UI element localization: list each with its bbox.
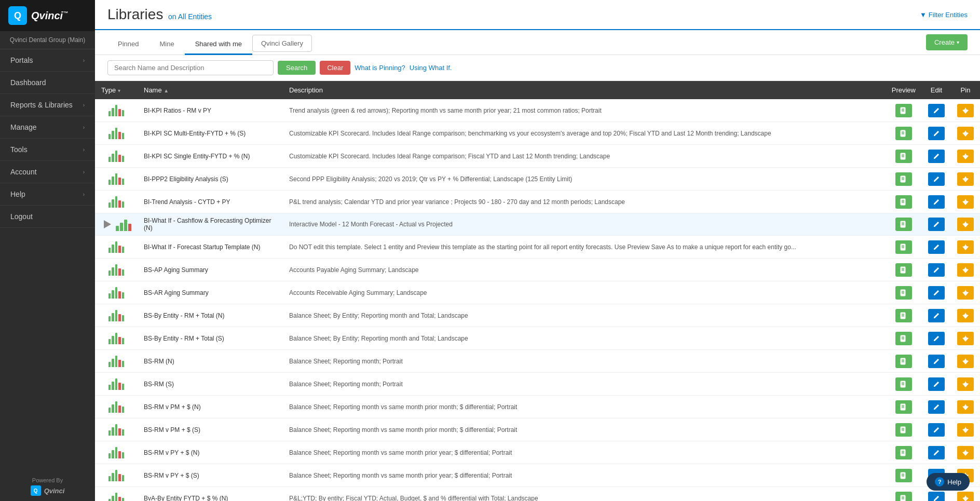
preview-button[interactable] (895, 355, 912, 368)
col-header-name[interactable]: Name ▲ (138, 81, 283, 99)
pin-button[interactable] (957, 286, 974, 300)
preview-button[interactable] (895, 309, 912, 322)
clear-button[interactable]: Clear (320, 61, 350, 75)
search-input[interactable] (107, 60, 274, 75)
edit-button[interactable] (928, 127, 945, 140)
pin-button[interactable] (957, 172, 974, 186)
table-row: BS-By Entity - RM + Total (N)Balance She… (95, 304, 980, 327)
edit-button[interactable] (928, 400, 945, 414)
edit-button[interactable] (928, 286, 945, 300)
pin-button[interactable] (957, 218, 974, 231)
file-icon (900, 335, 907, 342)
tab-shared[interactable]: Shared with me (185, 35, 252, 55)
pin-button[interactable] (957, 400, 974, 414)
edit-button[interactable] (928, 309, 945, 322)
preview-cell (886, 236, 922, 259)
type-cell (95, 441, 138, 464)
edit-button[interactable] (928, 377, 945, 391)
preview-button[interactable] (895, 150, 912, 163)
sidebar-item-manage[interactable]: Manage › (0, 116, 95, 139)
preview-button[interactable] (895, 218, 912, 231)
pin-button[interactable] (957, 263, 974, 277)
sidebar-item-help[interactable]: Help › (0, 183, 95, 206)
preview-cell (886, 145, 922, 168)
tab-mine[interactable]: Mine (149, 35, 184, 55)
chart-icon (108, 308, 124, 321)
library-table-container: Type ▾ Name ▲ Description Preview Edit P… (95, 81, 980, 501)
pin-button[interactable] (957, 309, 974, 322)
file-icon (900, 358, 907, 365)
pin-button[interactable] (957, 377, 974, 391)
main-content: Libraries on All Entities ▼ Filter Entit… (95, 0, 980, 501)
type-cell (95, 350, 138, 373)
logo-icon: Q (8, 6, 27, 25)
pin-button[interactable] (957, 240, 974, 254)
filter-entities-button[interactable]: ▼ Filter Entities (920, 11, 968, 19)
help-circle-icon: ? (935, 477, 944, 486)
pin-button[interactable] (957, 423, 974, 437)
create-button[interactable]: Create ▾ (926, 34, 968, 50)
preview-button[interactable] (895, 400, 912, 414)
pin-icon (962, 335, 969, 342)
edit-button[interactable] (928, 172, 945, 186)
preview-cell (886, 373, 922, 396)
sidebar-item-account[interactable]: Account › (0, 161, 95, 183)
sidebar-item-dashboard[interactable]: Dashboard (0, 72, 95, 94)
edit-button[interactable] (928, 263, 945, 277)
svg-rect-0 (901, 107, 905, 114)
preview-button[interactable] (895, 332, 912, 345)
preview-button[interactable] (895, 263, 912, 277)
preview-button[interactable] (895, 423, 912, 437)
edit-button[interactable] (928, 446, 945, 459)
search-button[interactable]: Search (278, 61, 316, 75)
pin-button[interactable] (957, 446, 974, 459)
table-row: BI-KPI Ratios - RM v PYTrend analysis (g… (95, 99, 980, 122)
pin-button[interactable] (957, 127, 974, 140)
sidebar-item-reports[interactable]: Reports & Libraries › (0, 94, 95, 116)
edit-button[interactable] (928, 218, 945, 231)
pin-cell (951, 418, 980, 441)
pin-button[interactable] (957, 104, 974, 117)
preview-button[interactable] (895, 286, 912, 300)
preview-button[interactable] (895, 492, 912, 502)
pin-button[interactable] (957, 355, 974, 368)
edit-button[interactable] (928, 423, 945, 437)
pin-button[interactable] (957, 150, 974, 163)
type-cell (95, 418, 138, 441)
pin-button[interactable] (957, 332, 974, 345)
edit-button[interactable] (928, 492, 945, 502)
edit-button[interactable] (928, 150, 945, 163)
preview-button[interactable] (895, 377, 912, 391)
tab-pinned[interactable]: Pinned (107, 35, 149, 55)
using-what-if-link[interactable]: Using What If. (410, 64, 452, 72)
svg-rect-36 (901, 313, 905, 319)
preview-button[interactable] (895, 240, 912, 254)
what-is-pinning-link[interactable]: What is Pinning? (355, 64, 405, 72)
pin-button[interactable] (957, 492, 974, 502)
sidebar-footer: Powered By Q Qvinci (0, 472, 95, 501)
edit-button[interactable] (928, 355, 945, 368)
pin-button[interactable] (957, 195, 974, 209)
preview-button[interactable] (895, 446, 912, 459)
edit-button[interactable] (928, 195, 945, 209)
preview-cell (886, 191, 922, 213)
edit-button[interactable] (928, 240, 945, 254)
preview-button[interactable] (895, 469, 912, 482)
edit-button[interactable] (928, 332, 945, 345)
preview-cell (886, 213, 922, 236)
sidebar-item-tools[interactable]: Tools › (0, 139, 95, 161)
preview-cell (886, 464, 922, 487)
edit-button[interactable] (928, 104, 945, 117)
pencil-icon (933, 403, 940, 411)
name-cell: BI-Trend Analysis - CYTD + PY (138, 191, 283, 213)
sidebar-item-portals[interactable]: Portals › (0, 49, 95, 72)
preview-button[interactable] (895, 104, 912, 117)
description-cell: Interactive Model - 12 Month Forecast - … (283, 213, 886, 236)
chart-icon (108, 468, 124, 481)
preview-button[interactable] (895, 172, 912, 186)
tab-gallery[interactable]: Qvinci Gallery (252, 35, 312, 52)
sidebar-item-logout[interactable]: Logout (0, 206, 95, 228)
preview-button[interactable] (895, 127, 912, 140)
help-button[interactable]: ? Help (927, 473, 970, 491)
preview-button[interactable] (895, 195, 912, 209)
